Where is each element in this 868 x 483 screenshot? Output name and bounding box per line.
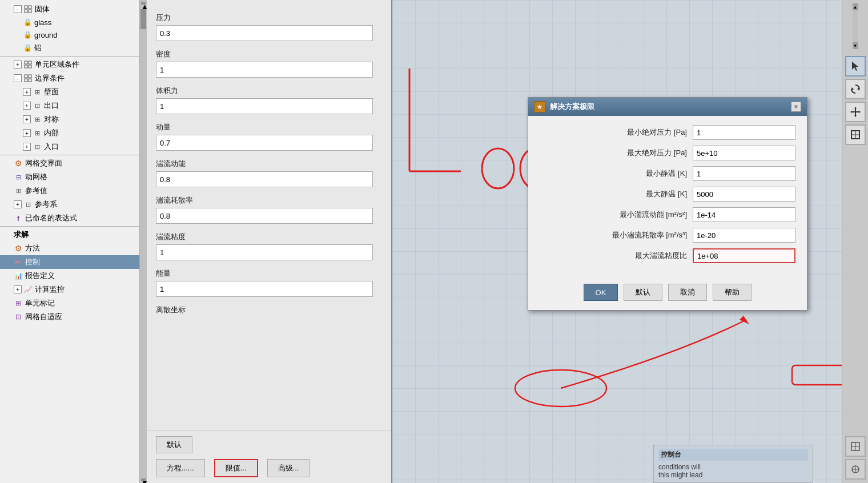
- modal-input-2[interactable]: [693, 166, 795, 181]
- btn-advanced[interactable]: 高级...: [267, 459, 310, 477]
- input-momentum[interactable]: [156, 135, 373, 151]
- sidebar-item-inlet[interactable]: + ⊡ 入口: [0, 140, 139, 154]
- sidebar-item-report-def[interactable]: 📊 报告定义: [0, 269, 139, 283]
- sidebar: - 固体 🔒 glass 🔒 ground 🔒 铝 +: [0, 0, 140, 483]
- modal-row-3: 最大静温 [K]: [540, 187, 795, 202]
- expand-ref-sys[interactable]: +: [14, 200, 22, 208]
- sidebar-item-glass[interactable]: 🔒 glass: [0, 16, 139, 29]
- method-icon: ⚙: [14, 244, 23, 253]
- sidebar-item-reference-sys[interactable]: + ⊡ 参考系: [0, 198, 139, 211]
- lock-icon-ground: 🔒: [23, 30, 32, 39]
- input-density[interactable]: [156, 62, 373, 78]
- input-body-force[interactable]: [156, 98, 373, 114]
- face-icon-outlet: ⊡: [33, 101, 42, 110]
- modal-input-3[interactable]: [693, 187, 795, 202]
- scroll-down-arrow[interactable]: ▼: [141, 478, 146, 481]
- ref-sys-icon: ⊡: [23, 200, 33, 209]
- expand-wall[interactable]: +: [23, 88, 31, 96]
- expand-solid[interactable]: -: [14, 5, 22, 13]
- sidebar-item-ground[interactable]: 🔒 ground: [0, 29, 139, 41]
- modal-input-6[interactable]: [693, 248, 795, 263]
- toolbar-btn-extra2[interactable]: [845, 459, 866, 480]
- sidebar-item-mesh-interface[interactable]: ⚙ 网格交界面: [0, 156, 139, 170]
- grid-icon-2: [23, 60, 33, 69]
- expand-calc-monitor[interactable]: +: [14, 285, 22, 293]
- modal-btn-cancel[interactable]: 取消: [668, 284, 707, 301]
- lock-icon-glass: 🔒: [23, 18, 32, 27]
- sidebar-item-symmetry[interactable]: + ⊞ 对称: [0, 112, 139, 126]
- svg-marker-34: [854, 107, 857, 108]
- form-content: 压力 密度 体积力 动量 湍流动能 湍流耗散率 湍流粘度 能量 离散坐标: [147, 0, 391, 430]
- sidebar-item-control[interactable]: ✂ 控制: [0, 255, 139, 269]
- expand-boundary[interactable]: -: [14, 74, 22, 82]
- toolbar-btn-rotate[interactable]: [845, 79, 866, 99]
- expand-interior[interactable]: +: [23, 129, 31, 137]
- func-icon: f: [14, 214, 23, 223]
- monitor-icon: 📈: [23, 285, 33, 294]
- modal-btn-help[interactable]: 帮助: [713, 284, 752, 301]
- sidebar-item-aluminum[interactable]: 🔒 铝: [0, 41, 139, 55]
- right-section: 7个 ★: [392, 0, 868, 483]
- lock-icon-aluminum: 🔒: [23, 43, 32, 53]
- expand-outlet[interactable]: +: [23, 102, 31, 110]
- sidebar-label-report-def: 报告定义: [25, 271, 55, 281]
- expand-inlet[interactable]: +: [23, 143, 31, 151]
- modal-input-1[interactable]: [693, 146, 795, 160]
- sidebar-item-reference-val[interactable]: ⊞ 参考值: [0, 184, 139, 198]
- modal-input-0[interactable]: [693, 125, 795, 140]
- sidebar-label-symmetry: 对称: [44, 114, 59, 124]
- modal-row-1: 最大绝对压力 [Pa]: [540, 146, 795, 160]
- modal-close-button[interactable]: ×: [791, 102, 801, 112]
- modal-btn-ok[interactable]: OK: [584, 284, 618, 301]
- modal-btn-default[interactable]: 默认: [624, 284, 662, 301]
- modal-title-bar: ★ 解决方案极限 ×: [528, 98, 807, 116]
- sidebar-item-dynamic-mesh[interactable]: ⊟ 动网格: [0, 170, 139, 184]
- sidebar-item-named-expr[interactable]: f 已命名的表达式: [0, 211, 139, 225]
- btn-limits[interactable]: 限值...: [214, 459, 258, 477]
- scroll-up-arrow[interactable]: ▲: [141, 2, 146, 5]
- label-body-force: 体积力: [156, 86, 382, 96]
- sidebar-item-cell-zone[interactable]: + 单元区域条件: [0, 58, 139, 71]
- toolbar-btn-cursor[interactable]: [845, 56, 866, 77]
- input-pressure[interactable]: [156, 25, 373, 41]
- scroll-thumb[interactable]: [140, 9, 146, 29]
- svg-rect-5: [29, 61, 31, 64]
- toolbar-btn-zoom[interactable]: [845, 124, 866, 145]
- btn-default[interactable]: 默认: [156, 436, 192, 453]
- sidebar-item-wall[interactable]: + ⊞ 壁面: [0, 85, 139, 99]
- right-toolbar-bottom: [845, 436, 866, 480]
- toolbar-btn-pan[interactable]: [845, 102, 866, 122]
- input-energy[interactable]: [156, 281, 373, 297]
- svg-rect-9: [29, 75, 31, 78]
- sidebar-item-outlet[interactable]: + ⊡ 出口: [0, 99, 139, 112]
- expand-cell-zone[interactable]: +: [14, 61, 22, 69]
- sidebar-item-method[interactable]: ⚙ 方法: [0, 242, 139, 255]
- sidebar-label-reference-val: 参考值: [25, 186, 47, 196]
- modal-body: 最小绝对压力 [Pa] 最大绝对压力 [Pa] 最小静温 [K]: [528, 116, 807, 278]
- label-momentum: 动量: [156, 122, 382, 132]
- svg-rect-4: [25, 61, 27, 64]
- label-energy: 能量: [156, 268, 382, 279]
- modal-input-5[interactable]: [693, 228, 795, 243]
- input-turb-viscosity[interactable]: [156, 244, 373, 260]
- right-scrollbar[interactable]: ▲ ▼: [853, 3, 858, 49]
- label-tdr: 湍流耗散率: [156, 195, 382, 206]
- btn-equations[interactable]: 方程......: [156, 459, 205, 477]
- sidebar-label-mesh-interface: 网格交界面: [25, 158, 62, 168]
- label-tke: 湍流动能: [156, 159, 382, 169]
- sidebar-item-calc-monitor[interactable]: + 📈 计算监控: [0, 283, 139, 296]
- sidebar-label-calc-monitor: 计算监控: [35, 284, 65, 295]
- sidebar-item-boundary[interactable]: - 边界条件: [0, 71, 139, 85]
- modal-input-4[interactable]: [693, 207, 795, 222]
- input-tke[interactable]: [156, 171, 373, 187]
- face-icon-wall: ⊞: [33, 87, 42, 96]
- modal-row-5: 最小湍流耗散率 [m²/s³]: [540, 228, 795, 243]
- sidebar-item-mesh-adapt[interactable]: ⊡ 网格自适应: [0, 310, 139, 324]
- expand-symmetry[interactable]: +: [23, 115, 31, 123]
- sidebar-item-solid[interactable]: - 固体: [0, 2, 139, 16]
- sidebar-item-cell-mark[interactable]: ⊞ 单元标记: [0, 296, 139, 310]
- sidebar-scrollbar[interactable]: ▲ ▼: [140, 0, 147, 483]
- toolbar-btn-extra1[interactable]: [845, 436, 866, 457]
- input-tdr[interactable]: [156, 208, 373, 224]
- sidebar-item-interior[interactable]: + ⊞ 内部: [0, 126, 139, 140]
